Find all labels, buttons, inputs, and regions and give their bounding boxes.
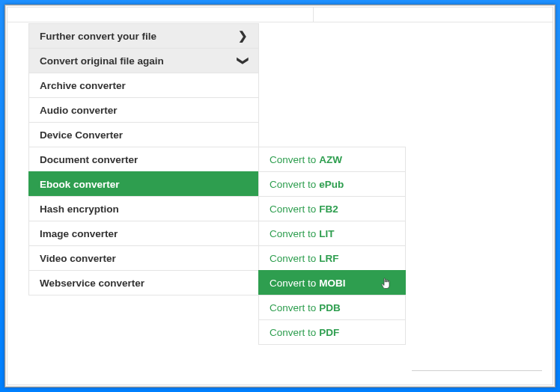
format-name: ePub <box>319 179 344 190</box>
category-label: Webservice converter <box>40 278 144 289</box>
category-device[interactable]: Device Converter <box>28 122 259 147</box>
chevron-right-icon: ❯ <box>238 29 248 43</box>
category-archive[interactable]: Archive converter <box>28 73 259 98</box>
divider <box>412 370 542 371</box>
format-prefix: Convert to <box>270 302 316 313</box>
hand-cursor-icon <box>381 278 392 292</box>
format-name: LIT <box>319 228 334 239</box>
format-lrf[interactable]: Convert to LRF <box>258 245 406 271</box>
format-prefix: Convert to <box>270 203 316 215</box>
format-prefix: Convert to <box>270 179 316 190</box>
content-area: Further convert your file ❯ Convert orig… <box>7 7 553 385</box>
format-prefix: Convert to <box>270 253 316 264</box>
format-pdf[interactable]: Convert to PDF <box>258 319 406 345</box>
format-prefix: Convert to <box>270 327 316 338</box>
category-image[interactable]: Image converter <box>28 221 259 246</box>
header-label: Further convert your file <box>40 31 156 42</box>
category-video[interactable]: Video converter <box>28 245 259 271</box>
category-label: Hash encryption <box>40 203 119 215</box>
category-webservice[interactable]: Webservice converter <box>28 270 259 295</box>
format-azw[interactable]: Convert to AZW <box>258 147 406 172</box>
category-audio[interactable]: Audio converter <box>28 97 259 123</box>
format-prefix: Convert to <box>270 154 316 165</box>
format-name: FB2 <box>319 203 338 215</box>
format-mobi[interactable]: Convert to MOBI <box>258 270 406 295</box>
category-document[interactable]: Document converter <box>28 147 259 172</box>
category-label: Archive converter <box>40 80 126 91</box>
format-fb2[interactable]: Convert to FB2 <box>258 196 406 221</box>
format-epub[interactable]: Convert to ePub <box>258 171 406 197</box>
category-label: Image converter <box>40 228 118 239</box>
format-column: Convert to AZW Convert to ePub Convert t… <box>259 147 406 345</box>
category-hash[interactable]: Hash encryption <box>28 196 259 221</box>
format-lit[interactable]: Convert to LIT <box>258 221 406 246</box>
header-convert-again[interactable]: Convert original file again ❯ <box>28 48 259 73</box>
category-label: Video converter <box>40 253 116 264</box>
category-ebook[interactable]: Ebook converter <box>28 171 259 197</box>
app-window: Further convert your file ❯ Convert orig… <box>4 4 556 388</box>
category-column: Further convert your file ❯ Convert orig… <box>28 24 259 295</box>
category-label: Document converter <box>40 154 138 165</box>
category-label: Device Converter <box>40 129 123 141</box>
format-name: AZW <box>319 154 342 165</box>
format-name: PDB <box>319 302 341 313</box>
category-label: Ebook converter <box>40 179 120 190</box>
format-name: LRF <box>319 253 338 264</box>
format-name: PDF <box>319 327 339 338</box>
header-label: Convert original file again <box>40 55 164 67</box>
format-prefix: Convert to <box>270 228 316 239</box>
format-prefix: Convert to <box>270 278 316 289</box>
format-pdb[interactable]: Convert to PDB <box>258 295 406 320</box>
category-label: Audio converter <box>40 105 118 116</box>
header-further-convert[interactable]: Further convert your file ❯ <box>28 23 259 49</box>
top-divider <box>7 7 553 22</box>
chevron-down-icon: ❯ <box>237 56 250 66</box>
converter-menu: Further convert your file ❯ Convert orig… <box>28 24 406 345</box>
format-name: MOBI <box>319 278 345 289</box>
